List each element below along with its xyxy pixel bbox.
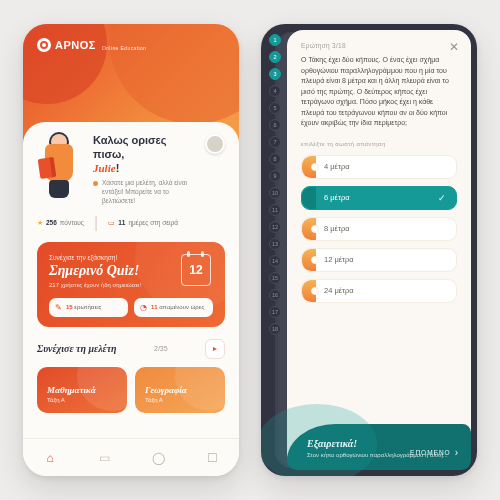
nav-home-icon[interactable]: ⌂ (41, 449, 59, 467)
welcome-title: Καλως ορισες πισω, Julie! (93, 134, 197, 175)
chat-icon: ✎ (55, 303, 62, 312)
brand-tagline: Online Education (102, 45, 146, 51)
home-panel: Καλως ορισες πισω, Julie! Χάσατε μια μελ… (23, 122, 239, 438)
brand-logo-icon (37, 38, 51, 52)
stats-row: ★ 256πόντους | ▭ 11ημέρες στη σειρά (37, 214, 225, 232)
option-4[interactable]: 12 μέτρα (301, 248, 457, 272)
brand-name: ΑΡΝΟΣ (55, 39, 96, 51)
option-3[interactable]: 8 μέτρα (301, 217, 457, 241)
option-1[interactable]: 4 μέτρα (301, 155, 457, 179)
nav-profile-icon[interactable]: ◯ (149, 449, 167, 467)
step-13[interactable]: 13 (269, 238, 281, 250)
quiz-kicker: Συνέχισε την εξάσκηση! (49, 254, 213, 261)
option-2-selected[interactable]: 6 μέτρα✓ (301, 186, 457, 210)
step-11[interactable]: 11 (269, 204, 281, 216)
pick-label: επιλέξτε τη σωστή απάντηση (301, 141, 457, 147)
step-14[interactable]: 14 (269, 255, 281, 267)
subject-card-math[interactable]: Μαθηματικά Τάξη Α (37, 367, 127, 413)
step-18[interactable]: 18 (269, 323, 281, 335)
home-screen: ΑΡΝΟΣ Online Education Καλως ορισες πισω… (23, 24, 239, 476)
star-icon: ★ (37, 219, 43, 227)
option-5[interactable]: 24 μέτρα (301, 279, 457, 303)
step-1[interactable]: 1 (269, 34, 281, 46)
question-stepper: 1 2 3 4 5 6 7 8 9 10 11 12 13 14 15 16 1… (267, 34, 283, 466)
student-illustration (37, 134, 85, 198)
close-icon[interactable]: ✕ (449, 40, 459, 54)
answer-options: 4 μέτρα 6 μέτρα✓ 8 μέτρα 12 μέτρα 24 μέτ… (301, 155, 457, 303)
step-8[interactable]: 8 (269, 153, 281, 165)
step-7[interactable]: 7 (269, 136, 281, 148)
check-icon: ✓ (438, 193, 446, 203)
nav-bag-icon[interactable]: ☐ (203, 449, 221, 467)
welcome-subtext: Χάσατε μια μελέτη, αλλά είναι εντάξει! Μ… (93, 179, 197, 205)
welcome-username: Julie (93, 162, 116, 174)
chip-questions: ✎ 15 ερωτήσεις (49, 298, 128, 317)
avatar[interactable] (205, 134, 225, 154)
stat-points: ★ 256πόντους (37, 219, 84, 227)
step-12[interactable]: 12 (269, 221, 281, 233)
study-title: Συνέχισε τη μελέτη (37, 343, 117, 354)
calendar-date-icon: 12 (181, 254, 211, 286)
step-17[interactable]: 17 (269, 306, 281, 318)
subject-card-geography[interactable]: Γεωγραφία Τάξη Α (135, 367, 225, 413)
brand: ΑΡΝΟΣ Online Education (37, 38, 225, 52)
play-button[interactable]: ▸ (205, 339, 225, 359)
question-counter: Ερώτηση 3/18 (301, 42, 457, 49)
step-15[interactable]: 15 (269, 272, 281, 284)
chip-time: ◔ 11 απομένουν ώρες (134, 298, 213, 317)
study-section-header: Συνέχισε τη μελέτη 2/35 ▸ (37, 339, 225, 359)
subject-name: Γεωγραφία (145, 385, 215, 395)
welcome-row: Καλως ορισες πισω, Julie! Χάσατε μια μελ… (37, 134, 225, 206)
quiz-title: Σημερινό Quiz! (49, 263, 213, 279)
step-4[interactable]: 4 (269, 85, 281, 97)
next-button[interactable]: ΕΠΟΜΕΝΟ (410, 447, 459, 458)
quiz-meta: 217 χρήστες έχουν ήδη σημειώσει! (49, 282, 213, 288)
bullet-icon (93, 181, 98, 186)
step-10[interactable]: 10 (269, 187, 281, 199)
clock-icon: ◔ (140, 303, 147, 312)
question-body: Ο Τάκης έχει δύο κήπους. Ο ένας έχει σχή… (301, 55, 457, 129)
subject-grade: Τάξη Α (47, 397, 117, 403)
step-5[interactable]: 5 (269, 102, 281, 114)
step-9[interactable]: 9 (269, 170, 281, 182)
step-6[interactable]: 6 (269, 119, 281, 131)
subject-cards: Μαθηματικά Τάξη Α Γεωγραφία Τάξη Α (37, 367, 225, 413)
quiz-screen: 1 2 3 4 5 6 7 8 9 10 11 12 13 14 15 16 1… (261, 24, 477, 476)
nav-book-icon[interactable]: ▭ (95, 449, 113, 467)
stat-streak: ▭ 11ημέρες στη σειρά (108, 219, 178, 227)
step-2[interactable]: 2 (269, 51, 281, 63)
daily-quiz-card[interactable]: 12 Συνέχισε την εξάσκηση! Σημερινό Quiz!… (37, 242, 225, 327)
step-16[interactable]: 16 (269, 289, 281, 301)
subject-grade: Τάξη Α (145, 397, 215, 403)
study-progress: 2/35 (154, 345, 168, 352)
feedback-footer: Εξαιρετικά! Στον κήπο ορθογώνιου παραλλη… (287, 424, 471, 470)
calendar-icon: ▭ (108, 219, 115, 227)
question-sheet: ✕ Ερώτηση 3/18 Ο Τάκης έχει δύο κήπους. … (287, 30, 471, 470)
subject-name: Μαθηματικά (47, 385, 117, 395)
step-3-current[interactable]: 3 (269, 68, 281, 80)
bottom-nav: ⌂ ▭ ◯ ☐ (23, 438, 239, 476)
